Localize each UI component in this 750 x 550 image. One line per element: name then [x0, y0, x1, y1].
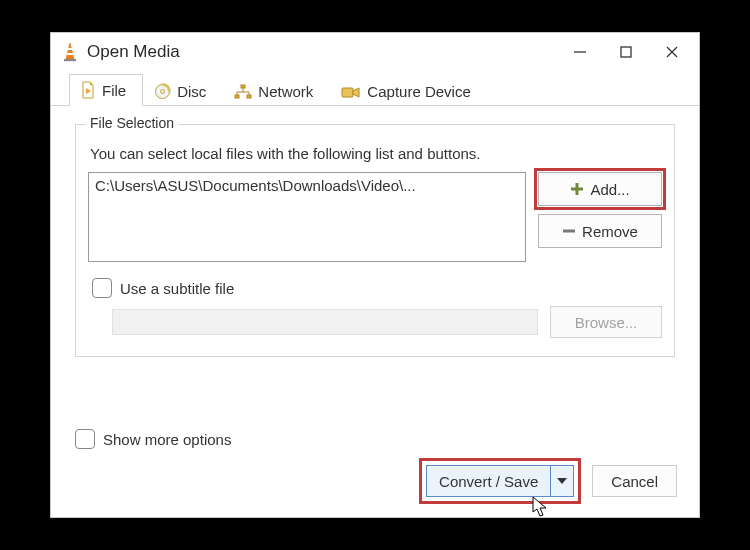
svg-point-11 [161, 90, 165, 94]
convert-save-button[interactable]: Convert / Save [426, 465, 574, 497]
file-list[interactable]: C:\Users\ASUS\Documents\Downloads\Video\… [88, 172, 526, 262]
open-media-dialog: Open Media Fil [50, 32, 700, 518]
tab-network[interactable]: Network [223, 76, 330, 106]
remove-button-label: Remove [582, 223, 638, 240]
cancel-button[interactable]: Cancel [592, 465, 677, 497]
file-selection-help: You can select local files with the foll… [90, 145, 660, 162]
vlc-cone-icon [61, 42, 79, 62]
remove-button[interactable]: Remove [538, 214, 662, 248]
convert-save-highlight: Convert / Save [422, 461, 578, 501]
add-button[interactable]: Add... [538, 172, 662, 206]
file-path-entry: C:\Users\ASUS\Documents\Downloads\Video\… [95, 177, 416, 194]
svg-rect-2 [67, 53, 73, 55]
tab-disc[interactable]: Disc [143, 76, 223, 106]
browse-button: Browse... [550, 306, 662, 338]
titlebar: Open Media [51, 33, 699, 71]
svg-rect-5 [621, 47, 631, 57]
svg-rect-1 [68, 48, 72, 50]
svg-marker-8 [90, 82, 93, 85]
disc-icon [154, 83, 171, 100]
tab-file[interactable]: File [69, 74, 143, 106]
use-subtitle-label: Use a subtitle file [120, 280, 234, 297]
network-icon [234, 84, 252, 100]
svg-marker-0 [66, 43, 74, 59]
add-button-label: Add... [590, 181, 629, 198]
tab-file-label: File [102, 82, 126, 99]
tab-disc-label: Disc [177, 83, 206, 100]
svg-rect-14 [247, 95, 251, 98]
subtitle-path-field [112, 309, 538, 335]
show-more-options-label: Show more options [103, 431, 231, 448]
svg-marker-16 [353, 88, 359, 97]
minimize-button[interactable] [557, 36, 603, 68]
use-subtitle-checkbox[interactable] [92, 278, 112, 298]
svg-rect-19 [563, 230, 575, 233]
window-title: Open Media [87, 42, 180, 62]
tab-network-label: Network [258, 83, 313, 100]
tab-capture[interactable]: Capture Device [330, 76, 487, 106]
convert-save-dropdown[interactable] [550, 466, 573, 496]
svg-rect-15 [342, 88, 353, 97]
show-more-options-checkbox[interactable] [75, 429, 95, 449]
capture-device-icon [341, 85, 361, 99]
convert-save-label: Convert / Save [439, 473, 538, 490]
svg-rect-12 [241, 85, 245, 88]
dialog-footer: Convert / Save Cancel [51, 453, 699, 517]
file-selection-group: File Selection You can select local file… [75, 124, 675, 357]
tab-capture-label: Capture Device [367, 83, 470, 100]
file-selection-legend: File Selection [86, 115, 178, 131]
minus-icon [562, 224, 576, 238]
file-icon [80, 81, 96, 99]
svg-rect-3 [64, 59, 76, 61]
close-button[interactable] [649, 36, 695, 68]
source-tabs: File Disc [51, 71, 699, 106]
browse-button-label: Browse... [575, 314, 638, 331]
svg-marker-20 [557, 478, 567, 484]
plus-icon [570, 182, 584, 196]
maximize-button[interactable] [603, 36, 649, 68]
svg-rect-18 [571, 188, 583, 191]
cancel-button-label: Cancel [611, 473, 658, 490]
svg-rect-13 [235, 95, 239, 98]
